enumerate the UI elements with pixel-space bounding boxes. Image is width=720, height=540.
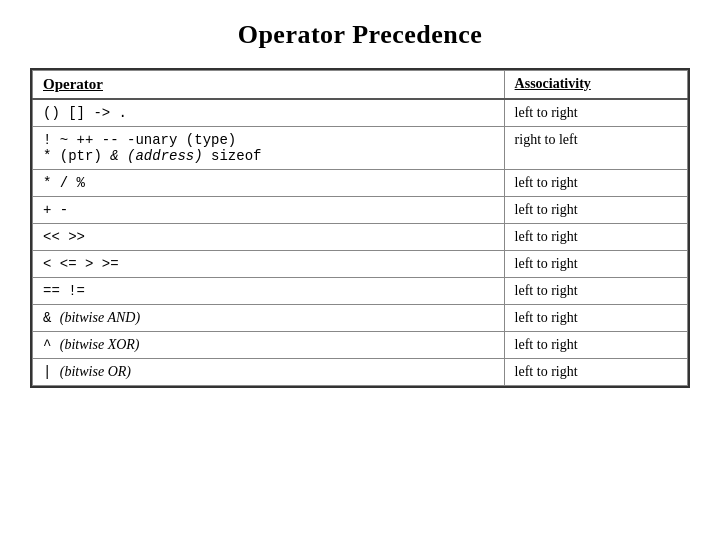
operator-cell: == != — [33, 278, 505, 305]
operator-cell: () [] -> . — [33, 99, 505, 127]
associativity-cell: left to right — [504, 251, 687, 278]
page-title: Operator Precedence — [238, 20, 483, 50]
operator-cell: + - — [33, 197, 505, 224]
table-row: & (bitwise AND)left to right — [33, 305, 688, 332]
table-row: ! ~ ++ -- -unary (type)* (ptr) & (addres… — [33, 127, 688, 170]
operator-cell: ^ (bitwise XOR) — [33, 332, 505, 359]
operator-column-header: Operator — [33, 71, 505, 100]
table-row: | (bitwise OR)left to right — [33, 359, 688, 386]
table-row: + -left to right — [33, 197, 688, 224]
associativity-cell: left to right — [504, 278, 687, 305]
operator-cell: ! ~ ++ -- -unary (type)* (ptr) & (addres… — [33, 127, 505, 170]
table-row: << >>left to right — [33, 224, 688, 251]
associativity-cell: left to right — [504, 332, 687, 359]
operator-cell: | (bitwise OR) — [33, 359, 505, 386]
associativity-cell: left to right — [504, 359, 687, 386]
associativity-column-header: Associativity — [504, 71, 687, 100]
associativity-cell: left to right — [504, 197, 687, 224]
associativity-cell: left to right — [504, 99, 687, 127]
table-row: ^ (bitwise XOR)left to right — [33, 332, 688, 359]
table-header-row: Operator Associativity — [33, 71, 688, 100]
associativity-cell: left to right — [504, 305, 687, 332]
operator-cell: * / % — [33, 170, 505, 197]
table-row: < <= > >=left to right — [33, 251, 688, 278]
operator-cell: < <= > >= — [33, 251, 505, 278]
table-row: == !=left to right — [33, 278, 688, 305]
operator-precedence-table: Operator Associativity () [] -> .left to… — [30, 68, 690, 388]
operator-cell: & (bitwise AND) — [33, 305, 505, 332]
associativity-cell: right to left — [504, 127, 687, 170]
operator-cell: << >> — [33, 224, 505, 251]
table-row: * / %left to right — [33, 170, 688, 197]
associativity-cell: left to right — [504, 170, 687, 197]
table-row: () [] -> .left to right — [33, 99, 688, 127]
associativity-cell: left to right — [504, 224, 687, 251]
